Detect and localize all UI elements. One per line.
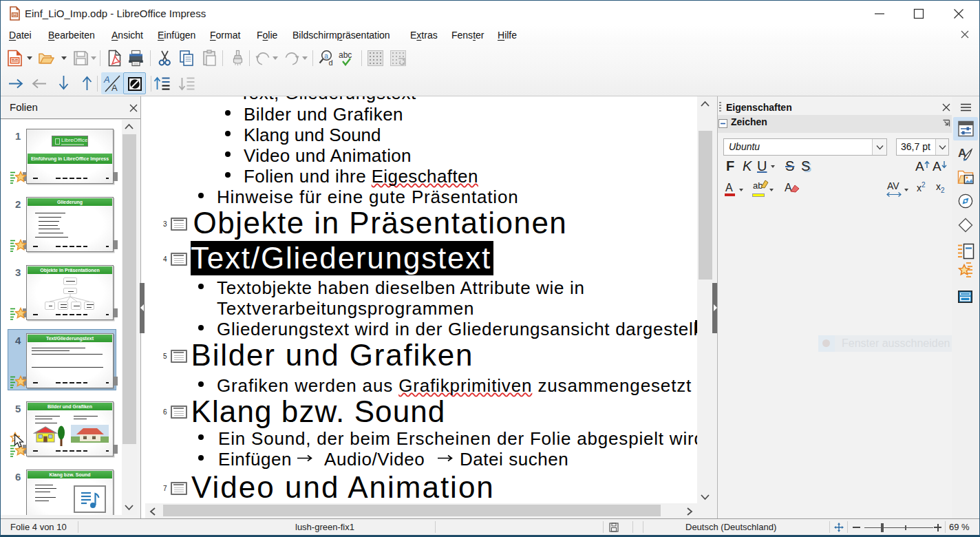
- svg-text:d: d: [329, 59, 333, 67]
- svg-text:A: A: [103, 74, 110, 85]
- svg-text:a: a: [324, 52, 328, 60]
